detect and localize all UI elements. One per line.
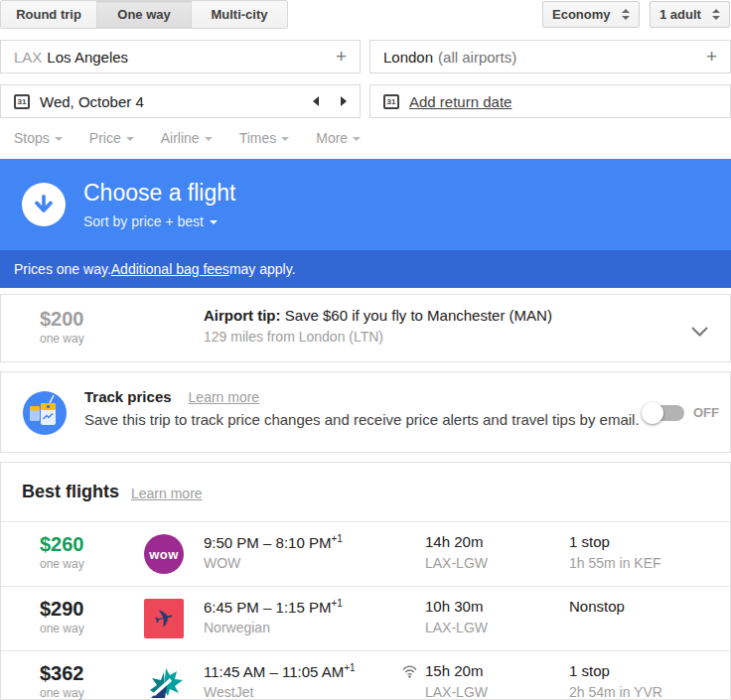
plane-icon: ✈ — [151, 605, 177, 632]
flight-times: 11:45 AM – 11:05 AM+1 — [204, 662, 356, 680]
pricing-note-text: Prices one way. — [14, 261, 111, 277]
cabin-select[interactable]: Economy — [542, 1, 640, 28]
flight-row[interactable]: $362 one way 11:45 AM – 11:05 AM+1 WestJ… — [1, 650, 730, 700]
add-origin-icon[interactable]: + — [336, 46, 347, 68]
spinner-icon — [622, 9, 630, 20]
tip-subtext: 129 miles from London (LTN) — [204, 329, 383, 345]
flight-price: $260 — [40, 533, 84, 556]
flight-price-unit: one way — [40, 557, 84, 571]
flight-route: LAX-LGW — [425, 684, 488, 700]
flight-price: $290 — [40, 598, 84, 621]
flight-times: 9:50 PM – 8:10 PM+1 — [204, 533, 343, 551]
pricing-note-bar: Prices one way. Additional bag fees may … — [0, 250, 731, 288]
flight-airline: WestJet — [204, 684, 253, 700]
flight-times: 6:45 PM – 1:15 PM+1 — [204, 598, 343, 616]
flight-price-unit: one way — [40, 622, 84, 635]
chevron-down-icon — [205, 137, 213, 141]
flight-results-list: $260 one way wow 9:50 PM – 8:10 PM+1 WOW… — [1, 521, 730, 700]
tip-text: Airport tip: Save $60 if you fly to Manc… — [204, 307, 552, 324]
banner-title: Choose a flight — [83, 180, 235, 207]
best-flights-card: Best flights Learn more $260 one way wow… — [0, 462, 731, 700]
plus-days: +1 — [331, 598, 342, 609]
calendar-icon: 31 — [383, 94, 399, 109]
flight-stop-detail: 2h 54m in YVR — [569, 684, 662, 700]
next-date-icon[interactable] — [341, 96, 347, 106]
tip-price-unit: one way — [40, 332, 84, 346]
depart-date-input[interactable]: 31 Wed, October 4 — [0, 84, 361, 118]
tab-round-trip[interactable]: Round trip — [1, 1, 96, 28]
passengers-value: 1 adult — [659, 7, 701, 22]
track-prices-title: Track prices — [84, 388, 172, 405]
airport-tip-card[interactable]: $200 one way Airport tip: Save $60 if yo… — [0, 294, 731, 362]
track-learn-more-link[interactable]: Learn more — [189, 389, 260, 405]
filter-bar: Stops Price Airline Times More — [14, 130, 361, 146]
filter-airline[interactable]: Airline — [161, 130, 213, 146]
westjet-airline-logo — [144, 663, 184, 700]
sort-label: Sort by price + best — [83, 213, 204, 229]
flight-stops: 1 stop — [569, 662, 610, 679]
norwegian-airline-logo: ✈ — [144, 599, 184, 638]
plus-days: +1 — [331, 533, 342, 544]
tip-price: $200 — [40, 308, 84, 331]
add-destination-icon[interactable]: + — [706, 46, 717, 68]
chevron-down-icon — [126, 137, 134, 141]
toggle-state-label: OFF — [693, 405, 719, 420]
track-prices-description: Save this trip to track price changes an… — [84, 411, 640, 428]
flight-search-page: Round trip One way Multi-city Economy 1 … — [0, 0, 731, 700]
passengers-select[interactable]: 1 adult — [650, 1, 730, 28]
chevron-down-icon — [55, 137, 63, 141]
chevron-down-icon — [281, 137, 289, 141]
sort-selector[interactable]: Sort by price + best — [83, 213, 218, 229]
prev-date-icon[interactable] — [313, 96, 319, 106]
pricing-note-suffix: may apply. — [229, 261, 296, 277]
cabin-value: Economy — [552, 7, 611, 22]
filter-stops[interactable]: Stops — [14, 130, 63, 146]
track-prices-toggle[interactable] — [642, 402, 685, 424]
expand-chevron-icon[interactable] — [691, 323, 708, 341]
flight-duration: 14h 20m — [425, 533, 483, 550]
tip-detail: Save $60 if you fly to Manchester (MAN) — [280, 307, 551, 324]
filter-price[interactable]: Price — [89, 130, 134, 146]
down-arrow-icon — [22, 183, 66, 226]
track-prices-card: Track prices Learn more Save this trip t… — [0, 371, 731, 453]
flight-stop-detail: 1h 55m in KEF — [569, 555, 661, 571]
flight-price: $362 — [40, 662, 84, 685]
destination-note: (all airports) — [438, 49, 516, 66]
flight-row[interactable]: $260 one way wow 9:50 PM – 8:10 PM+1 WOW… — [1, 521, 730, 586]
filter-times[interactable]: Times — [239, 130, 290, 146]
flight-price-unit: one way — [40, 686, 84, 700]
wow-airline-logo: wow — [144, 534, 184, 574]
track-prices-header: Track prices Learn more — [84, 388, 259, 405]
tab-one-way[interactable]: One way — [96, 1, 192, 28]
destination-city: London — [383, 49, 433, 66]
bag-fees-link[interactable]: Additional bag fees — [111, 261, 229, 277]
origin-code: LAX — [14, 49, 42, 66]
chevron-down-icon — [353, 137, 361, 141]
tip-label: Airport tip: — [204, 307, 280, 324]
flight-stops: Nonstop — [569, 598, 625, 615]
spinner-icon — [712, 9, 720, 20]
return-date-input[interactable]: 31 Add return date — [369, 84, 731, 118]
origin-input[interactable]: LAX Los Angeles + — [0, 40, 361, 73]
trip-type-tabs: Round trip One way Multi-city — [0, 0, 288, 29]
flight-row[interactable]: $290 one way ✈ 6:45 PM – 1:15 PM+1 Norwe… — [1, 586, 730, 650]
best-flights-learn-more-link[interactable]: Learn more — [131, 486, 203, 501]
flight-duration: 10h 30m — [425, 598, 483, 615]
depart-date-value: Wed, October 4 — [40, 93, 144, 110]
filter-more[interactable]: More — [316, 130, 361, 146]
origin-city: Los Angeles — [47, 49, 128, 66]
add-return-date-link[interactable]: Add return date — [409, 93, 512, 110]
best-flights-title: Best flights — [22, 482, 119, 502]
flight-airline: WOW — [204, 555, 240, 571]
flight-airline: Norwegian — [204, 620, 270, 635]
date-nav — [313, 96, 347, 106]
tab-multi-city[interactable]: Multi-city — [192, 1, 287, 28]
flight-duration: 15h 20m — [425, 662, 483, 679]
chevron-down-icon — [210, 220, 218, 224]
calendar-icon: 31 — [14, 94, 30, 109]
choose-flight-banner: Choose a flight Sort by price + best — [0, 159, 731, 250]
destination-input[interactable]: London (all airports) + — [369, 40, 731, 73]
wifi-icon — [402, 664, 417, 682]
price-tags-icon — [23, 391, 67, 435]
flight-route: LAX-LGW — [425, 555, 488, 571]
